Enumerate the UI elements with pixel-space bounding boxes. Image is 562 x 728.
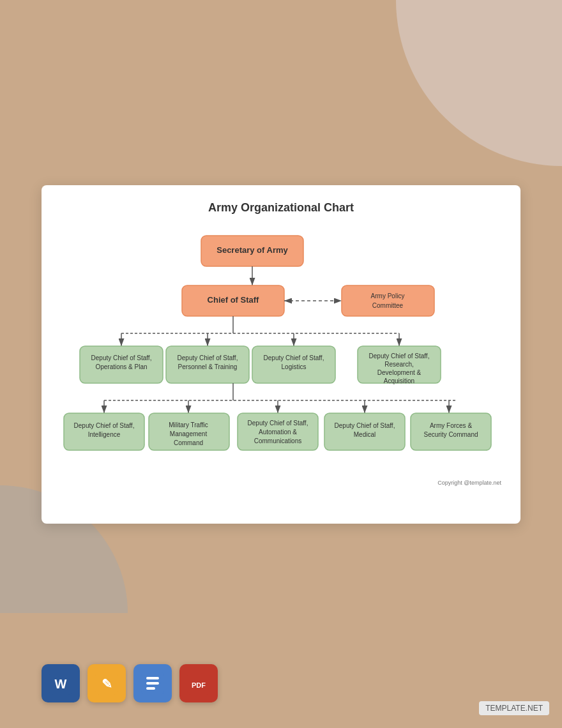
bg-decoration-top: [396, 0, 562, 166]
dep1-line2: Operations & Plan: [95, 363, 147, 370]
dep8-line1: Deputy Chief of Staff,: [335, 422, 395, 429]
dep7-line3: Communications: [254, 437, 301, 444]
toolbar: W ✎ PDF: [42, 664, 218, 702]
pdf-button[interactable]: PDF: [179, 664, 218, 702]
svg-rect-6: [342, 285, 434, 316]
policy-node-text: Army Policy: [371, 292, 405, 300]
chief-node-text: Chief of Staff: [208, 295, 260, 305]
chart-card: Army Organizational Chart Secretary of A…: [42, 185, 520, 524]
dep6-line2: Management: [170, 430, 208, 437]
svg-rect-22: [146, 682, 159, 685]
pdf-icon: PDF: [187, 672, 210, 695]
dep6-line3: Command: [174, 439, 203, 446]
dep4-line3: Development &: [377, 369, 422, 376]
dep3-line2: Logistics: [282, 363, 307, 370]
dep5-line1: Deputy Chief of Staff,: [74, 422, 135, 429]
dep7-line1: Deputy Chief of Staff,: [248, 420, 308, 427]
dep2-line1: Deputy Chief of Staff,: [178, 354, 238, 361]
dep9-line2: Security Command: [423, 431, 478, 438]
svg-text:W: W: [55, 677, 67, 691]
copyright-text: Copyright @template.net: [437, 480, 501, 486]
word-button[interactable]: W: [42, 664, 80, 702]
policy-node-text2: Committee: [372, 302, 404, 309]
docs-icon: [141, 672, 164, 695]
pages-icon: ✎: [95, 672, 118, 695]
word-icon: W: [49, 672, 72, 695]
docs-button[interactable]: [133, 664, 172, 702]
badge-label: TEMPLATE.NET: [485, 704, 543, 713]
dep2-line2: Personnel & Training: [178, 363, 238, 370]
dep9-line1: Army Forces &: [430, 422, 472, 429]
svg-text:✎: ✎: [102, 677, 112, 691]
dep3-line1: Deputy Chief of Staff,: [264, 354, 324, 361]
dep4-line2: Research,: [384, 361, 414, 368]
dep5-line2: Intelligence: [88, 431, 121, 438]
svg-rect-23: [146, 687, 155, 690]
org-chart-svg: Secretary of Army Chief of Staff Army Po…: [61, 226, 501, 501]
chart-title: Army Organizational Chart: [61, 201, 501, 215]
dep8-line2: Medical: [354, 431, 376, 438]
dep1-line1: Deputy Chief of Staff,: [91, 354, 152, 361]
template-badge: TEMPLATE.NET: [479, 701, 549, 715]
pages-button[interactable]: ✎: [87, 664, 126, 702]
svg-rect-21: [146, 677, 159, 679]
dep4-line1: Deputy Chief of Staff,: [369, 353, 430, 360]
dep6-line1: Military Traffic: [169, 421, 208, 428]
secretary-node-text: Secretary of Army: [216, 245, 288, 255]
dep7-line2: Automation &: [259, 428, 297, 436]
dep4-line4: Acquisition: [384, 377, 414, 384]
svg-text:PDF: PDF: [192, 681, 206, 689]
